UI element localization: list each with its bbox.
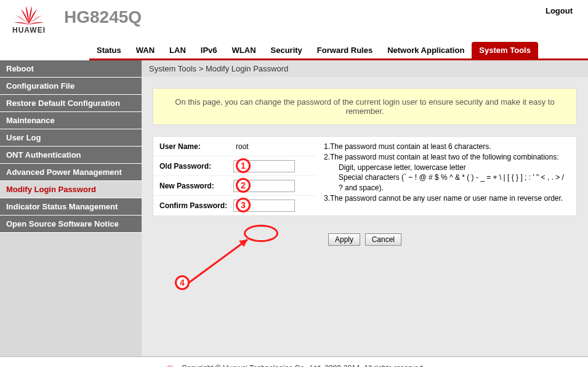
- confirm-password-input[interactable]: [233, 200, 295, 212]
- apply-button[interactable]: Apply: [328, 233, 360, 246]
- sidebar: RebootConfiguration FileRestore Default …: [0, 60, 142, 356]
- form-fields: User Name: root Old Password: 1 New Pass…: [153, 137, 316, 216]
- annotation-arrow: [179, 236, 259, 291]
- username-label: User Name:: [153, 142, 233, 151]
- sidebar-item-restore-default-configuration[interactable]: Restore Default Configuration: [0, 95, 142, 112]
- brand-name: HUAWEI: [12, 26, 46, 34]
- breadcrumb: System Tools > Modify Login Password: [142, 60, 588, 77]
- password-rules: 1.The password must contain at least 6 c…: [316, 137, 576, 216]
- tab-status[interactable]: Status: [89, 42, 129, 58]
- sidebar-item-user-log[interactable]: User Log: [0, 129, 142, 147]
- tab-wlan[interactable]: WLAN: [225, 42, 264, 58]
- sidebar-item-maintenance[interactable]: Maintenance: [0, 112, 142, 129]
- old-password-row: Old Password: 1: [153, 156, 316, 176]
- top-navigation: StatusWANLANIPv6WLANSecurityForward Rule…: [89, 42, 588, 60]
- huawei-footer-logo-icon: [163, 363, 177, 367]
- confirm-password-label: Confirm Password:: [153, 201, 233, 210]
- sidebar-item-indicator-status-management[interactable]: Indicator Status Management: [0, 198, 142, 216]
- rule-2b: Special characters (` ~ ! @ # $ % ^ & * …: [324, 172, 569, 193]
- content-layout: RebootConfiguration FileRestore Default …: [0, 60, 588, 356]
- svg-line-0: [187, 240, 248, 284]
- header: HUAWEI HG8245Q Logout: [0, 0, 588, 34]
- button-row: Apply Cancel 4: [142, 227, 588, 256]
- svg-marker-1: [239, 240, 248, 247]
- page-description: On this page, you can change the passwor…: [153, 88, 577, 125]
- footer-text: Copyright © Huawei Technologies Co., Ltd…: [182, 364, 425, 367]
- sidebar-item-open-source-software-notice[interactable]: Open Source Software Notice: [0, 216, 142, 233]
- rule-2: 2.The password must contain at least two…: [324, 152, 569, 163]
- password-form: User Name: root Old Password: 1 New Pass…: [153, 136, 577, 216]
- rule-1: 1.The password must contain at least 6 c…: [324, 142, 569, 152]
- cancel-button[interactable]: Cancel: [365, 233, 401, 246]
- new-password-row: New Password: 2: [153, 176, 316, 196]
- brand-logo-block: HUAWEI: [12, 5, 46, 34]
- username-row: User Name: root: [153, 137, 316, 156]
- huawei-logo-icon: [14, 5, 44, 26]
- annotation-marker-4: 4: [175, 275, 190, 290]
- old-password-label: Old Password:: [153, 162, 233, 171]
- main-panel: System Tools > Modify Login Password On …: [142, 60, 588, 356]
- new-password-input[interactable]: [233, 180, 295, 192]
- tab-security[interactable]: Security: [264, 42, 310, 58]
- rule-3: 3.The password cannot be any user name o…: [324, 193, 569, 204]
- logout-link[interactable]: Logout: [546, 6, 573, 15]
- tab-system-tools[interactable]: System Tools: [472, 42, 538, 58]
- username-value: root: [233, 142, 249, 151]
- old-password-input[interactable]: [233, 160, 295, 172]
- confirm-password-row: Confirm Password: 3: [153, 196, 316, 216]
- sidebar-item-ont-authentication[interactable]: ONT Authentication: [0, 147, 142, 164]
- new-password-label: New Password:: [153, 182, 233, 190]
- sidebar-item-advanced-power-management[interactable]: Advanced Power Management: [0, 164, 142, 181]
- tab-network-application[interactable]: Network Application: [380, 42, 472, 58]
- sidebar-item-configuration-file[interactable]: Configuration File: [0, 78, 142, 95]
- annotation-oval-apply: [244, 225, 278, 242]
- sidebar-item-reboot[interactable]: Reboot: [0, 60, 142, 78]
- tab-wan[interactable]: WAN: [129, 42, 162, 58]
- tab-lan[interactable]: LAN: [162, 42, 193, 58]
- tab-ipv6[interactable]: IPv6: [193, 42, 225, 58]
- sidebar-item-modify-login-password[interactable]: Modify Login Password: [0, 181, 142, 198]
- tab-forward-rules[interactable]: Forward Rules: [310, 42, 380, 58]
- model-number: HG8245Q: [64, 7, 142, 27]
- rule-2a: Digit, uppercase letter, lowercase lette…: [324, 163, 569, 173]
- footer: Copyright © Huawei Technologies Co., Ltd…: [0, 356, 588, 367]
